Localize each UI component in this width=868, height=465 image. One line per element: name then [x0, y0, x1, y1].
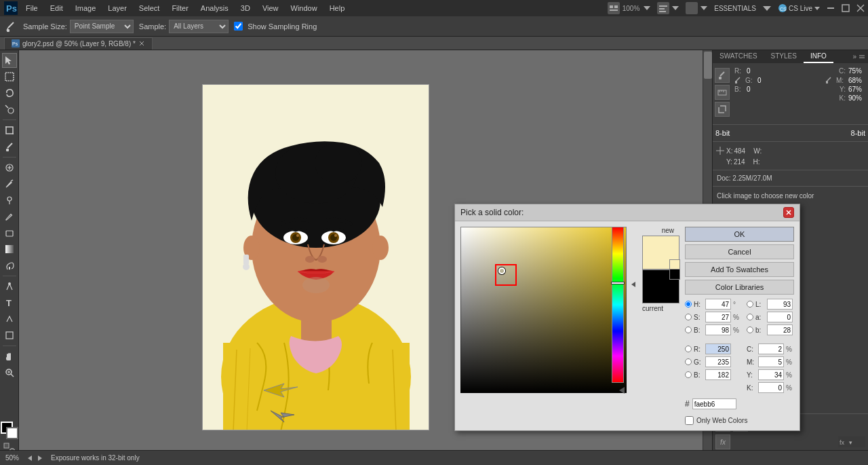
b3-input[interactable]: 28 — [767, 324, 793, 335]
b-unit: % — [733, 327, 741, 334]
tab-info[interactable]: INFO — [804, 50, 833, 63]
l-radio[interactable] — [747, 301, 753, 308]
a-input[interactable]: 0 — [767, 312, 793, 322]
panel-options-icon[interactable] — [859, 54, 865, 60]
fx-icon[interactable]: fx — [715, 434, 730, 449]
l-input[interactable]: 93 — [767, 299, 793, 310]
ok-button[interactable]: OK — [685, 227, 794, 242]
close-btn[interactable] — [856, 3, 865, 13]
menu-file[interactable]: File — [20, 3, 43, 14]
burn-tool[interactable] — [2, 258, 17, 273]
document-canvas[interactable] — [202, 84, 429, 430]
g-radio[interactable] — [685, 358, 692, 365]
path-tool[interactable] — [2, 312, 17, 327]
r-radio[interactable] — [685, 346, 692, 352]
background-color[interactable] — [6, 427, 18, 439]
bit-depth-row: 8-bit 8-bit — [713, 128, 868, 138]
dialog-close-btn[interactable] — [783, 207, 794, 218]
minimize-btn[interactable] — [826, 3, 835, 13]
menu-filter[interactable]: Filter — [166, 3, 193, 14]
svg-point-39 — [7, 197, 12, 201]
y-input[interactable]: 34 — [758, 369, 784, 380]
color-libraries-button[interactable]: Color Libraries — [685, 280, 794, 295]
clone-tool[interactable] — [2, 193, 17, 208]
sample-select[interactable]: All Layers Current Layer — [169, 20, 229, 33]
r-input[interactable]: 250 — [705, 343, 731, 354]
cancel-button[interactable]: Cancel — [685, 244, 794, 259]
ruler-icon-btn[interactable] — [715, 85, 730, 100]
lasso-tool[interactable] — [2, 86, 17, 100]
g-input[interactable]: 235 — [705, 356, 731, 367]
k-input[interactable]: 0 — [758, 382, 784, 393]
m-field-row: M: 5 % — [747, 356, 794, 367]
b2-input[interactable]: 182 — [705, 369, 731, 380]
tab-swatches[interactable]: SWATCHES — [713, 50, 764, 63]
add-to-swatches-button[interactable]: Add To Swatches — [685, 262, 794, 277]
menu-view[interactable]: View — [257, 3, 284, 14]
menu-window[interactable]: Window — [285, 3, 323, 14]
crop-tool[interactable] — [2, 123, 17, 138]
sample-label: Sample: — [139, 22, 166, 31]
svg-rect-24 — [7, 29, 9, 32]
hex-input[interactable]: faebb6 — [692, 398, 736, 409]
menu-edit[interactable]: Edit — [45, 3, 68, 14]
color-gradient-picker[interactable] — [460, 227, 606, 395]
menu-analysis[interactable]: Analysis — [195, 3, 234, 14]
history-brush-tool[interactable] — [2, 209, 17, 224]
menu-help[interactable]: Help — [324, 3, 351, 14]
tab-styles[interactable]: STYLES — [764, 50, 804, 63]
a-radio[interactable] — [747, 314, 753, 320]
menu-image[interactable]: Image — [70, 3, 102, 14]
eyedropper-tool[interactable] — [2, 139, 17, 154]
marquee-tool[interactable] — [2, 69, 17, 84]
ps-file-icon: Ps — [12, 39, 20, 48]
h-input[interactable]: 47 — [705, 299, 731, 310]
hand-tool[interactable] — [2, 349, 17, 364]
restore-btn[interactable] — [841, 3, 850, 13]
magic-wand-tool[interactable] — [2, 102, 17, 117]
h-radio[interactable] — [685, 301, 692, 308]
document-tab[interactable]: Ps glory2.psd @ 50% (Layer 9, RGB/8) * — [4, 37, 153, 50]
eyedropper-small-icon — [734, 76, 743, 84]
crop-icon-btn[interactable] — [715, 102, 730, 117]
pen-tool[interactable] — [2, 279, 17, 294]
eyedropper-icon-btn[interactable] — [715, 68, 730, 83]
eraser-tool[interactable] — [2, 225, 17, 240]
s-input[interactable]: 27 — [705, 312, 731, 322]
m-label: M: — [836, 77, 846, 84]
b2-radio[interactable] — [685, 371, 692, 378]
move-tool[interactable] — [2, 53, 17, 68]
zoom-tool[interactable] — [2, 365, 17, 380]
b-radio[interactable] — [685, 327, 692, 333]
nav-right-icon[interactable] — [36, 454, 44, 462]
heal-tool[interactable] — [2, 160, 17, 175]
scrollbar-thumb-v[interactable] — [704, 52, 712, 79]
menu-select[interactable]: Select — [134, 3, 165, 14]
dialog-title: Pick a solid color: — [460, 208, 524, 217]
brush-tool[interactable] — [2, 176, 17, 191]
b3-radio[interactable] — [747, 327, 753, 333]
tab-close-icon[interactable] — [138, 40, 145, 47]
web-colors-checkbox[interactable] — [685, 416, 694, 425]
hue-slider[interactable] — [612, 227, 624, 383]
text-tool[interactable]: T — [2, 295, 17, 310]
y-cmyk-label: Y: — [747, 371, 756, 379]
c-input[interactable]: 2 — [758, 343, 784, 354]
panel-expand-icon[interactable]: » — [852, 53, 856, 60]
nav-left-icon[interactable] — [26, 454, 34, 462]
sample-size-select[interactable]: Point Sample 3 by 3 Average 5 by 5 Avera… — [70, 20, 134, 33]
status-bar: 50% Exposure works in 32-bit only — [0, 450, 868, 465]
web-colors-row: Only Web Colors — [685, 416, 794, 425]
svg-point-31 — [8, 108, 14, 113]
s-radio[interactable] — [685, 314, 692, 320]
shape-tool[interactable] — [2, 328, 17, 343]
a-field-label: a: — [755, 314, 765, 321]
menu-layer[interactable]: Layer — [102, 3, 132, 14]
gradient-tool[interactable] — [2, 242, 17, 257]
b-input[interactable]: 98 — [705, 324, 731, 335]
workspace-extend[interactable] — [762, 3, 772, 14]
show-sampling-ring-checkbox[interactable] — [234, 22, 243, 31]
menu-3d[interactable]: 3D — [235, 3, 256, 14]
color-picker-dialog[interactable]: Pick a solid color: — [454, 204, 800, 431]
m-input[interactable]: 5 — [758, 356, 784, 367]
